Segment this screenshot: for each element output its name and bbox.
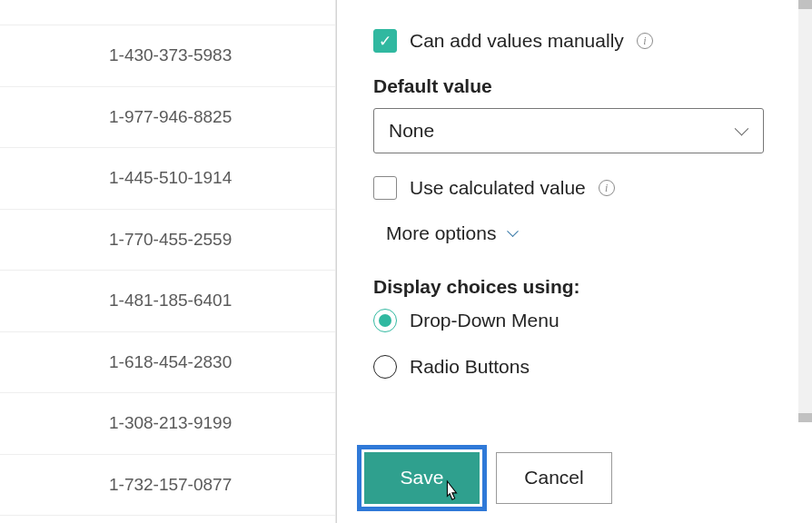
chevron-down-icon <box>734 123 748 138</box>
save-button-label: Save <box>401 467 444 488</box>
column-settings-panel: ✓ Can add values manually i Default valu… <box>336 0 812 523</box>
list-item[interactable]: 1-732-157-0877 <box>0 455 335 517</box>
list-item-text: 1-977-946-8825 <box>109 107 232 127</box>
data-list: 1-430-373-5983 1-977-946-8825 1-445-510-… <box>0 0 336 523</box>
info-icon[interactable]: i <box>599 180 615 196</box>
can-add-values-checkbox[interactable]: ✓ <box>373 29 397 53</box>
display-choices-label: Display choices using: <box>373 276 776 298</box>
default-value-select[interactable]: None <box>373 108 764 153</box>
radio-button[interactable] <box>373 309 397 332</box>
list-item[interactable]: 1-481-185-6401 <box>0 271 335 332</box>
info-icon[interactable]: i <box>637 33 653 49</box>
panel-footer: Save Cancel <box>337 432 812 523</box>
list-item[interactable]: 1-977-946-8825 <box>0 87 335 149</box>
list-item[interactable]: 1-770-455-2559 <box>0 210 335 271</box>
radio-dot-icon <box>379 314 391 327</box>
list-item-text: 1-481-185-6401 <box>109 291 232 311</box>
display-choice-radio[interactable]: Radio Buttons <box>373 355 776 379</box>
save-button[interactable]: Save <box>364 452 480 504</box>
can-add-values-label: Can add values manually <box>410 30 624 52</box>
list-item[interactable]: 1-445-510-1914 <box>0 148 335 210</box>
more-options-toggle[interactable]: More options <box>386 222 776 244</box>
checkmark-icon: ✓ <box>379 34 391 49</box>
use-calculated-label: Use calculated value <box>410 177 586 199</box>
cancel-button[interactable]: Cancel <box>496 452 612 504</box>
cancel-button-label: Cancel <box>524 467 583 488</box>
list-item-text: 1-732-157-0877 <box>109 475 232 495</box>
list-item-text: 1-430-373-5983 <box>109 45 232 65</box>
list-item-text: 1-770-455-2559 <box>109 230 232 250</box>
list-item[interactable] <box>0 0 335 25</box>
list-item-text: 1-618-454-2830 <box>109 352 232 372</box>
default-value-label: Default value <box>373 75 776 97</box>
scrollbar-arrow-up-icon[interactable] <box>798 0 812 9</box>
chevron-down-icon <box>505 226 520 241</box>
more-options-label: More options <box>386 222 496 244</box>
radio-button[interactable] <box>373 355 397 379</box>
scrollbar-arrow-down-icon[interactable] <box>798 413 812 422</box>
display-choice-dropdown[interactable]: Drop-Down Menu <box>373 309 776 332</box>
radio-label: Radio Buttons <box>410 356 530 378</box>
use-calculated-checkbox[interactable] <box>373 176 397 200</box>
list-item[interactable]: 1-308-213-9199 <box>0 393 335 455</box>
list-item-text: 1-308-213-9199 <box>109 413 232 433</box>
pointer-cursor-icon <box>441 479 461 503</box>
default-value-text: None <box>389 120 434 142</box>
list-item[interactable]: 1-430-373-5983 <box>0 25 335 87</box>
save-highlight: Save <box>357 445 487 511</box>
list-item[interactable]: 1-618-454-2830 <box>0 332 335 394</box>
list-item-text: 1-445-510-1914 <box>109 168 232 188</box>
radio-label: Drop-Down Menu <box>410 310 559 331</box>
panel-scrollbar[interactable] <box>798 0 812 422</box>
